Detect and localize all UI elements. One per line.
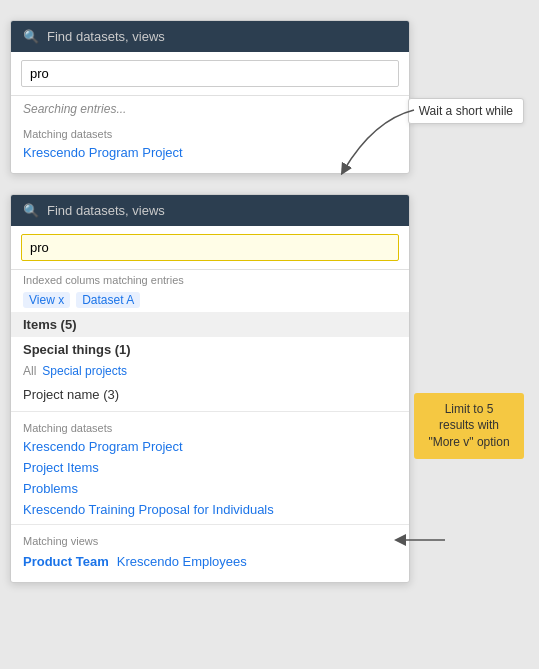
matching-views-label: Matching views [11, 529, 409, 549]
dataset-link-p2-1[interactable]: Krescendo Program Project [11, 436, 409, 457]
search-icon-1: 🔍 [23, 29, 39, 44]
indexed-label: Indexed colums matching entries [11, 270, 409, 290]
callout-limit: Limit to 5 results with "More v" option [414, 393, 524, 459]
views-row: Product Team Krescendo Employees [11, 549, 409, 574]
special-things-label: Special things (1) [23, 342, 131, 357]
callout-limit-text: Limit to 5 results with "More v" option [428, 402, 509, 450]
panel-2-header-text: Find datasets, views [47, 203, 165, 218]
dataset-link-p2-3[interactable]: Problems [11, 478, 409, 499]
divider-1 [11, 411, 409, 412]
search-input-2[interactable] [21, 234, 399, 261]
panel-1-header: 🔍 Find datasets, views [11, 21, 409, 52]
panel-1-header-text: Find datasets, views [47, 29, 165, 44]
special-sub-all[interactable]: All [23, 364, 36, 378]
dataset-link-p2-4[interactable]: Krescendo Training Proposal for Individu… [11, 499, 409, 520]
panel-2: 🔍 Find datasets, views Indexed colums ma… [10, 194, 410, 583]
special-subtags: All Special projects [11, 362, 409, 382]
search-input-row-2 [11, 226, 409, 270]
dataset-link-p2-2[interactable]: Project Items [11, 457, 409, 478]
tag-view-x[interactable]: View x [23, 292, 70, 308]
divider-2 [11, 524, 409, 525]
special-sub-projects[interactable]: Special projects [42, 364, 127, 378]
matching-datasets-label-2: Matching datasets [11, 416, 409, 436]
tag-dataset-a[interactable]: Dataset A [76, 292, 140, 308]
items-row[interactable]: Items (5) [11, 312, 409, 337]
view-krescendo-employees[interactable]: Krescendo Employees [117, 554, 247, 569]
arrow-wait [334, 100, 434, 200]
search-icon-2: 🔍 [23, 203, 39, 218]
arrow-limit [390, 520, 450, 560]
view-product-team[interactable]: Product Team [23, 554, 109, 569]
project-name-row[interactable]: Project name (3) [11, 382, 409, 407]
indexed-tags: View x Dataset A [11, 290, 409, 312]
search-input-1[interactable] [21, 60, 399, 87]
search-input-row-1 [11, 52, 409, 96]
special-things-row[interactable]: Special things (1) [11, 337, 409, 362]
